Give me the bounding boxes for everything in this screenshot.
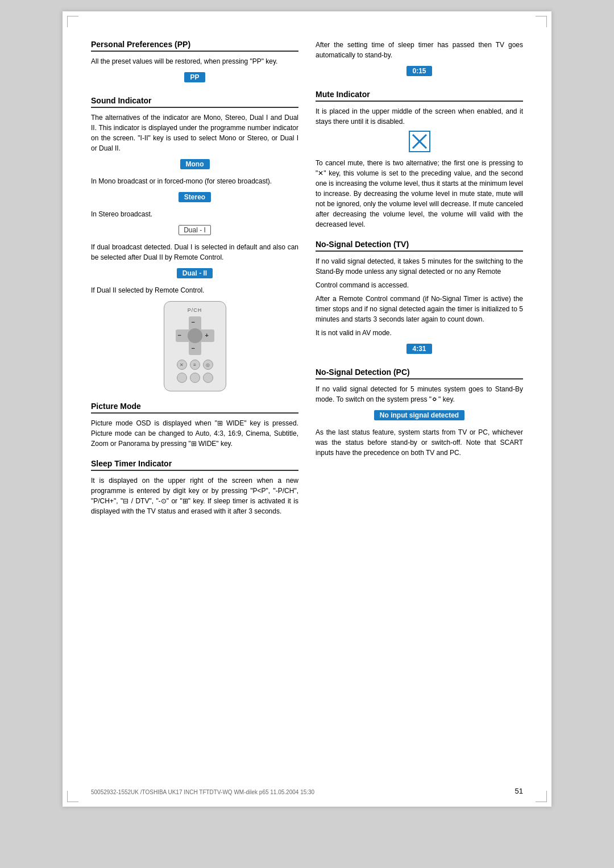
remote-btn-row1: ✕ ≡ ◎ — [169, 360, 221, 370]
section-sleep-timer-title: Sleep Timer Indicator — [91, 459, 298, 471]
mono-badge: Mono — [180, 159, 210, 169]
corner-mark-br — [536, 791, 547, 802]
sound-indicator-p5: If Dual II selected by Remote Control. — [91, 285, 298, 295]
section-picture-mode-title: Picture Mode — [91, 402, 298, 414]
remote-btn-row2 — [169, 373, 221, 383]
timer2-badge: 4:31 — [406, 344, 432, 354]
dual1-badge-container: Dual - I — [91, 223, 298, 239]
right-column: After the setting time of sleep timer ha… — [316, 40, 523, 520]
page: Personal Preferences (PP) All the preset… — [63, 11, 551, 807]
no-signal-badge: No input signal detected — [374, 410, 464, 420]
sound-indicator-p1: The alternatives of the indicator are Mo… — [91, 112, 298, 153]
nosignal-pc-p2: As the last status feature, system start… — [316, 427, 523, 458]
mono-badge-container: Mono — [91, 157, 298, 173]
stereo-badge-container: Stereo — [91, 190, 298, 206]
nosignal-tv-p4: It is not valid in AV mode. — [316, 328, 523, 338]
remote-btn-x: ✕ — [177, 360, 187, 370]
personal-prefs-p1: All the preset values will be restored, … — [91, 56, 298, 66]
sound-indicator-p4: If dual broadcast detected. Dual I is se… — [91, 242, 298, 262]
dual1-badge: Dual - I — [179, 225, 211, 235]
dual2-badge: Dual - II — [177, 268, 213, 278]
timer2-badge-container: 4:31 — [316, 341, 523, 357]
dpad-center — [188, 328, 202, 343]
content-area: Personal Preferences (PP) All the preset… — [91, 40, 523, 520]
dpad: − − − + — [176, 316, 214, 355]
corner-mark-tr — [536, 16, 547, 27]
mute-indicator-p2: To cancel mute, there is two alternative… — [316, 158, 523, 229]
pp-badge: PP — [184, 72, 205, 82]
remote-btn-ok: ◎ — [203, 360, 213, 370]
dpad-down-arrow: − — [192, 345, 195, 352]
section-sound-indicator-title: Sound Indicator — [91, 96, 298, 108]
mute-icon-container — [316, 130, 523, 155]
nosignal-tv-p3: After a Remote Control command (if No-Si… — [316, 294, 523, 324]
dpad-up-arrow: − — [192, 319, 195, 326]
sound-indicator-p3: In Stereo broadcast. — [91, 209, 298, 219]
footer-info: 50052932-1552UK /TOSHIBA UK17 INCH TFTDT… — [91, 789, 314, 795]
remote-btn-1 — [177, 373, 187, 383]
remote-top-label: P/CH — [169, 307, 221, 313]
timer-badge: 0:15 — [406, 66, 432, 76]
section-personal-prefs-title: Personal Preferences (PP) — [91, 40, 298, 52]
sleep-timer-p1: It is displayed on the upper right of th… — [91, 475, 298, 516]
picture-mode-p1: Picture mode OSD is displayed when "⊞ WI… — [91, 418, 298, 449]
remote-btn-2 — [190, 373, 200, 383]
section-nosignal-tv-title: No-Signal Detection (TV) — [316, 240, 523, 252]
nosignal-pc-p1: If no valid signal detected for 5 minute… — [316, 384, 523, 404]
stereo-badge: Stereo — [179, 192, 211, 202]
dpad-right-arrow: + — [205, 332, 209, 339]
left-column: Personal Preferences (PP) All the preset… — [91, 40, 298, 520]
sleep-timer-continued-p1: After the setting time of sleep timer ha… — [316, 40, 523, 60]
remote-illustration: P/CH − − − + ✕ ≡ ◎ — [91, 301, 298, 391]
section-nosignal-pc-title: No-Signal Detection (PC) — [316, 368, 523, 379]
nosignal-tv-p1: If no valid signal detected, it takes 5 … — [316, 256, 523, 277]
section-mute-indicator-title: Mute Indicator — [316, 90, 523, 102]
nosignal-tv-p2: Control command is accessed. — [316, 280, 523, 290]
timer-badge-container: 0:15 — [316, 64, 523, 80]
sound-indicator-p2: In Mono broadcast or in forced-mono (for… — [91, 176, 298, 186]
dpad-left-arrow: − — [178, 332, 181, 339]
remote-btn-menu: ≡ — [190, 360, 200, 370]
page-number: 51 — [515, 787, 523, 795]
mute-indicator-p1: It is placed in the upper middle of the … — [316, 106, 523, 127]
remote-control: P/CH − − − + ✕ ≡ ◎ — [164, 301, 226, 391]
no-signal-badge-container: No input signal detected — [316, 408, 523, 424]
remote-btn-3 — [203, 373, 213, 383]
corner-mark-bl — [67, 791, 78, 802]
corner-mark-tl — [67, 16, 78, 27]
mute-icon — [408, 130, 431, 153]
dual2-badge-container: Dual - II — [91, 266, 298, 282]
pp-badge-container: PP — [91, 70, 298, 86]
